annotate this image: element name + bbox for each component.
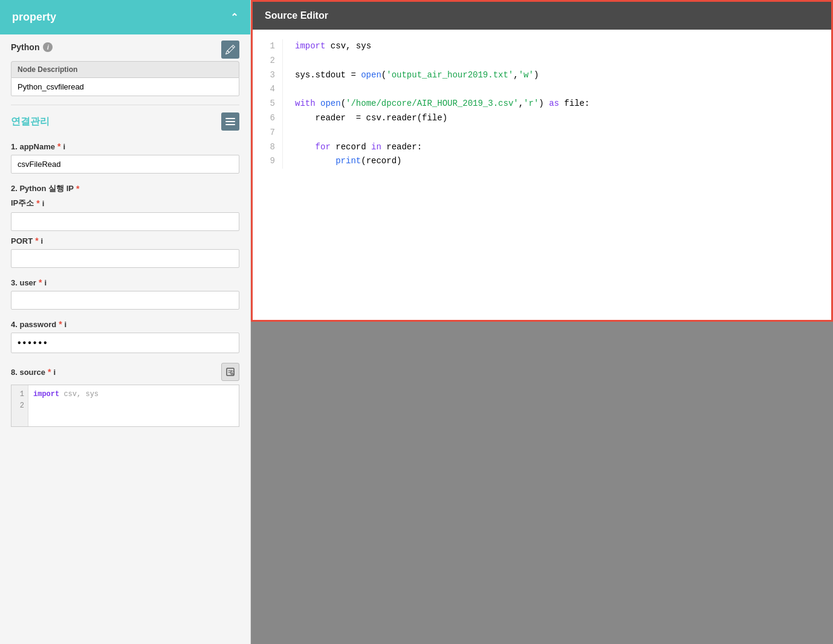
code-line-2 [295,54,819,68]
line-numbers: 1 2 3 4 5 6 7 8 9 [253,39,283,169]
password-label: 4. password * i [11,319,239,329]
svg-rect-2 [225,124,235,125]
svg-rect-0 [225,118,235,119]
port-info-icon[interactable]: i [41,236,44,246]
user-info-icon[interactable]: i [44,278,47,287]
source-line-numbers: 1 2 [11,385,28,426]
port-required: * [35,236,38,246]
password-input[interactable] [11,333,239,353]
left-panel: property ⌃ Python i Node Description 연결관… [0,0,251,644]
code-editor[interactable]: 1 2 3 4 5 6 7 8 9 import csv, sys sys.st… [253,39,831,169]
port-input[interactable] [11,249,239,268]
python-edit-button[interactable] [221,41,239,59]
source-info-icon[interactable]: i [54,368,56,377]
user-input[interactable] [11,291,239,310]
collapse-chevron-icon[interactable]: ⌃ [230,11,238,23]
node-description-input[interactable] [11,77,239,96]
code-line-9: print(record) [295,154,819,169]
user-required: * [39,278,42,287]
code-line-1: import csv, sys [295,39,819,54]
code-line-3: sys.stdout = open('output_air_hour2019.t… [295,68,819,83]
source-editor-header: Source Editor [253,2,831,30]
appname-input[interactable] [11,155,239,174]
right-panel: Source Editor 1 2 3 4 5 6 7 8 9 import c… [251,0,833,644]
connection-section-header: 연결관리 [0,105,250,138]
panel-header: property ⌃ [0,0,250,34]
source-required: * [48,367,51,377]
code-line-6: reader = csv.reader(file) [295,111,819,126]
svg-rect-1 [225,121,235,122]
user-label: 3. user * i [11,278,239,287]
ip-required: * [36,198,39,208]
password-field-group: 4. password * i [0,316,250,359]
source-label: 8. source * i [11,367,56,377]
python-ip-label: 2. Python 실행 IP * [11,183,239,194]
source-editor-body[interactable]: 1 2 3 4 5 6 7 8 9 import csv, sys sys.st… [253,30,831,320]
connection-list-button[interactable] [221,112,239,131]
gray-background-area [251,322,833,644]
python-ip-required: * [76,184,79,194]
password-info-icon[interactable]: i [65,320,67,329]
source-editor: Source Editor 1 2 3 4 5 6 7 8 9 import c… [251,0,833,322]
code-line-7 [295,126,819,140]
source-code-preview: 1 2 import csv, sys [11,385,239,427]
code-line-4 [295,82,819,97]
panel-title: property [12,11,56,24]
source-editor-title: Source Editor [265,10,328,21]
user-field-group: 3. user * i [0,274,250,316]
source-code-content: import csv, sys [28,385,103,426]
ip-info-icon[interactable]: i [42,199,45,208]
appname-required: * [57,141,60,151]
code-lines[interactable]: import csv, sys sys.stdout = open('outpu… [283,39,831,169]
password-required: * [59,319,62,329]
appname-info-icon[interactable]: i [63,142,65,151]
python-section-header: Python i [0,34,250,61]
ip-input[interactable] [11,212,239,231]
connection-title: 연결관리 [11,115,50,128]
python-info-icon[interactable]: i [43,42,53,52]
source-open-editor-button[interactable] [221,363,239,381]
appname-field-group: 1. appName * i [0,138,250,180]
python-ip-field-group: 2. Python 실행 IP * IP주소 * i PORT * i [0,180,250,274]
source-header: 8. source * i [11,363,239,381]
ip-addr-label: IP주소 * i [11,198,239,209]
appname-label: 1. appName * i [11,141,239,151]
code-line-5: with open('/home/dpcore/AIR_HOUR_2019_3.… [295,97,819,111]
python-label: Python i [11,42,53,52]
port-label: PORT * i [11,236,239,246]
node-description-section: Node Description [0,61,250,105]
node-description-label: Node Description [11,61,239,77]
source-field-group: 8. source * i 1 2 import csv, sys [0,359,250,433]
code-line-8: for record in reader: [295,140,819,155]
